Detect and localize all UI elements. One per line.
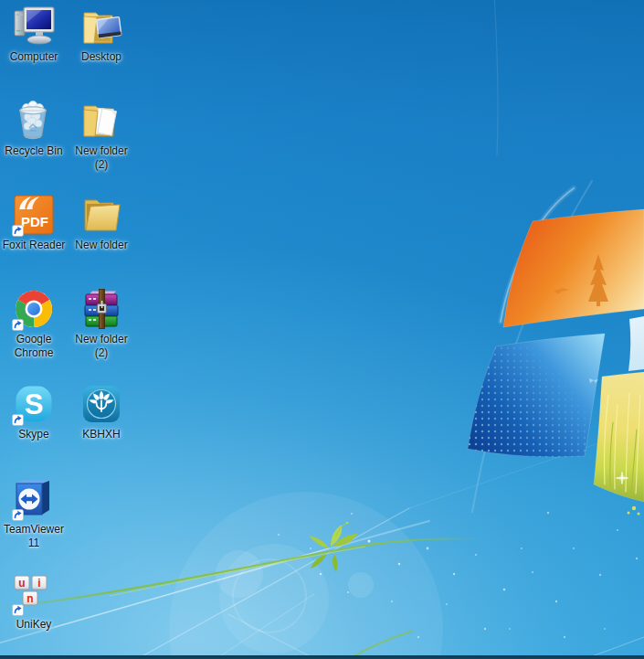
desktop-icon-new-folder-2-rar[interactable]: New folder (2) (69, 287, 134, 360)
unikey-icon: u i n (12, 572, 56, 616)
foxit-pdf-text: PDF (21, 214, 48, 229)
icon-label: KBHXH (69, 428, 134, 441)
foxit-reader-icon: PDF (12, 193, 56, 237)
kbhxh-app-icon (79, 382, 123, 426)
icon-label: Computer (1, 50, 67, 64)
vine-sprout (0, 522, 480, 659)
unikey-key-n: n (26, 592, 33, 605)
teamviewer-icon (12, 477, 56, 521)
shortcut-arrow-icon (12, 414, 24, 426)
windows-logo (468, 209, 644, 516)
icon-label: New folder (69, 239, 134, 252)
desktop-icon-new-folder-2[interactable]: New folder (2) (69, 99, 134, 172)
winrar-archive-icon (79, 287, 123, 331)
logo-tree (554, 254, 608, 306)
sparkle-dots (278, 512, 638, 638)
shortcut-arrow-icon (12, 319, 24, 331)
desktop-icon-desktop[interactable]: Desktop (69, 5, 134, 64)
recycle-bin-icon (12, 99, 56, 143)
icon-label: Desktop (69, 50, 134, 64)
open-folder-icon (79, 193, 123, 237)
butterfly (589, 378, 598, 383)
shortcut-arrow-icon (12, 225, 24, 237)
unikey-key-u: u (18, 577, 25, 590)
bokeh-flare (169, 492, 443, 659)
shortcut-arrow-icon (12, 604, 24, 616)
desktop-icon-google-chrome[interactable]: Google Chrome (1, 287, 67, 360)
icon-label: Foxit Reader (1, 239, 67, 252)
folder-with-documents-icon (79, 99, 123, 143)
icon-label: Skype (1, 428, 67, 441)
icon-label: New folder (2) (69, 333, 134, 360)
desktop-icon-computer[interactable]: Computer (1, 5, 67, 64)
logo-pane-orange (503, 209, 644, 327)
logo-pane-grass (594, 372, 644, 502)
desktop-icon-skype[interactable]: S Skype (1, 382, 67, 441)
sparkle-cross (617, 473, 628, 484)
icon-label: New folder (2) (69, 144, 134, 172)
icon-label: Google Chrome (1, 333, 67, 360)
logo-pane-white (628, 316, 644, 371)
shortcut-arrow-icon (12, 509, 24, 521)
grass-blades (605, 393, 641, 494)
chrome-icon (12, 287, 56, 331)
desktop-icon-foxit-reader[interactable]: PDF Foxit Reader (1, 193, 67, 252)
logo-pane-blue (468, 334, 605, 457)
icon-label: TeamViewer 11 (1, 523, 67, 550)
desktop-icon-recycle-bin[interactable]: Recycle Bin (1, 99, 67, 158)
desktop-icon-teamviewer[interactable]: TeamViewer 11 (1, 477, 67, 550)
skype-icon: S (12, 382, 56, 426)
desktop-icon-unikey[interactable]: u i n UniKey (1, 572, 67, 632)
taskbar-edge[interactable] (0, 655, 644, 659)
desktop: Computer (0, 0, 644, 659)
skype-letter: S (25, 388, 44, 420)
icon-label: Recycle Bin (1, 144, 67, 158)
icon-label: UniKey (1, 618, 67, 632)
desktop-folder-icon (79, 5, 123, 48)
small-flowers (628, 506, 640, 516)
computer-icon (12, 5, 56, 48)
desktop-icon-kbhxh[interactable]: KBHXH (69, 382, 134, 441)
desktop-icon-new-folder[interactable]: New folder (69, 193, 134, 252)
unikey-key-i: i (37, 577, 40, 590)
